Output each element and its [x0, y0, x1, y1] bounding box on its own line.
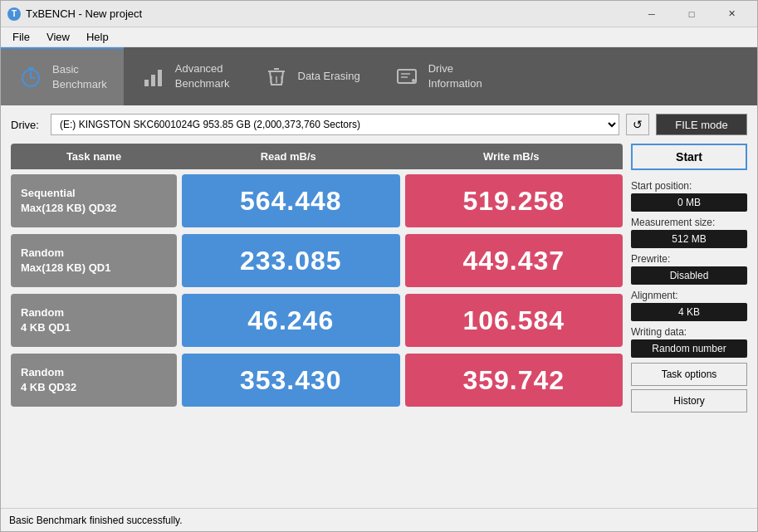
status-bar: Basic Benchmark finished successfully.	[1, 508, 757, 531]
write-sequential: 519.258	[405, 174, 624, 227]
svg-rect-7	[158, 70, 162, 86]
title-bar: T TxBENCH - New project ─ □ ✕	[1, 1, 757, 27]
drive-refresh-button[interactable]: ↺	[626, 114, 649, 135]
drive-select[interactable]: (E:) KINGSTON SKC6001024G 953.85 GB (2,0…	[51, 114, 619, 135]
drive-row: Drive: (E:) KINGSTON SKC6001024G 953.85 …	[11, 114, 747, 135]
start-button[interactable]: Start	[631, 144, 747, 170]
window-title: TxBENCH - New project	[26, 7, 633, 20]
advanced-benchmark-icon	[140, 63, 167, 90]
measurement-size-value: 512 MB	[631, 230, 747, 248]
task-random-4kb-qd1: Random4 KB QD1	[11, 294, 177, 347]
app-window: T TxBENCH - New project ─ □ ✕ File View …	[0, 0, 758, 532]
data-erasing-label: Data Erasing	[298, 69, 360, 84]
start-position-value: 0 MB	[631, 193, 747, 212]
minimize-button[interactable]: ─	[633, 1, 671, 27]
drive-label: Drive:	[11, 119, 44, 131]
start-position-label: Start position:	[631, 180, 747, 192]
toolbar-basic-benchmark[interactable]: BasicBenchmark	[1, 47, 124, 105]
table-row: SequentialMax(128 KB) QD32 564.448 519.2…	[11, 174, 623, 227]
table-row: RandomMax(128 KB) QD1 233.085 449.437	[11, 234, 623, 287]
read-random-4kb-qd32: 353.430	[182, 354, 400, 407]
toolbar-drive-information[interactable]: DriveInformation	[377, 47, 499, 105]
toolbar-data-erasing[interactable]: Data Erasing	[247, 47, 377, 105]
header-task: Task name	[11, 144, 177, 169]
menu-help[interactable]: Help	[78, 29, 117, 45]
write-sequential-value: 519.258	[462, 186, 565, 217]
read-random-4kb-qd32-value: 353.430	[240, 365, 342, 396]
drive-information-icon	[394, 63, 420, 90]
file-mode-button[interactable]: FILE mode	[656, 114, 747, 135]
prewrite-value: Disabled	[631, 266, 747, 285]
read-random-128: 233.085	[182, 234, 400, 287]
table-row: Random4 KB QD1 46.246 106.584	[11, 294, 623, 347]
write-random-4kb-qd1: 106.584	[405, 294, 624, 347]
read-random-4kb-qd1: 46.246	[182, 294, 400, 347]
table-header: Task name Read mB/s Write mB/s	[11, 144, 623, 169]
table-row: Random4 KB QD32 353.430 359.742	[11, 354, 623, 407]
benchmark-table: Task name Read mB/s Write mB/s Sequentia…	[11, 144, 623, 413]
app-icon: T	[7, 7, 21, 21]
prewrite-label: Prewrite:	[631, 253, 747, 265]
status-text: Basic Benchmark finished successfully.	[9, 515, 183, 526]
svg-rect-5	[144, 80, 149, 86]
write-random-128: 449.437	[405, 234, 624, 287]
task-random-128: RandomMax(128 KB) QD1	[11, 234, 177, 287]
header-write: Write mB/s	[400, 144, 624, 169]
content-area: Drive: (E:) KINGSTON SKC6001024G 953.85 …	[1, 105, 757, 531]
write-random-4kb-qd32: 359.742	[405, 354, 624, 407]
alignment-label: Alignment:	[631, 290, 747, 301]
main-area: Task name Read mB/s Write mB/s Sequentia…	[11, 144, 747, 413]
window-controls: ─ □ ✕	[633, 1, 751, 27]
right-panel: Start Start position: 0 MB Measurement s…	[631, 144, 747, 413]
header-read: Read mB/s	[177, 144, 400, 169]
task-options-button[interactable]: Task options	[631, 363, 747, 386]
write-random-4kb-qd1-value: 106.584	[462, 305, 565, 336]
advanced-benchmark-label: AdvancedBenchmark	[175, 61, 230, 91]
close-button[interactable]: ✕	[712, 1, 751, 27]
basic-benchmark-label: BasicBenchmark	[52, 62, 107, 92]
history-button[interactable]: History	[631, 389, 747, 412]
measurement-size-label: Measurement size:	[631, 217, 747, 228]
menu-file[interactable]: File	[4, 29, 38, 45]
write-random-128-value: 449.437	[462, 246, 565, 276]
write-random-4kb-qd32-value: 359.742	[462, 365, 565, 396]
alignment-value: 4 KB	[631, 303, 747, 321]
basic-benchmark-icon	[17, 64, 44, 90]
read-random-128-value: 233.085	[240, 246, 342, 276]
task-random-4kb-qd32: Random4 KB QD32	[11, 354, 177, 407]
menu-view[interactable]: View	[38, 29, 78, 45]
maximize-button[interactable]: □	[672, 1, 711, 27]
toolbar-advanced-benchmark[interactable]: AdvancedBenchmark	[124, 47, 247, 105]
read-sequential: 564.448	[182, 174, 400, 227]
svg-point-9	[412, 79, 415, 82]
task-sequential: SequentialMax(128 KB) QD32	[11, 174, 177, 227]
read-random-4kb-qd1-value: 46.246	[247, 305, 334, 336]
writing-data-value: Random number	[631, 339, 747, 358]
drive-information-label: DriveInformation	[428, 61, 482, 91]
toolbar: BasicBenchmark AdvancedBenchmark	[1, 47, 757, 105]
writing-data-label: Writing data:	[631, 326, 747, 338]
data-erasing-icon	[263, 63, 290, 90]
svg-rect-6	[151, 75, 155, 86]
menu-bar: File View Help	[1, 27, 757, 47]
read-sequential-value: 564.448	[240, 186, 342, 217]
